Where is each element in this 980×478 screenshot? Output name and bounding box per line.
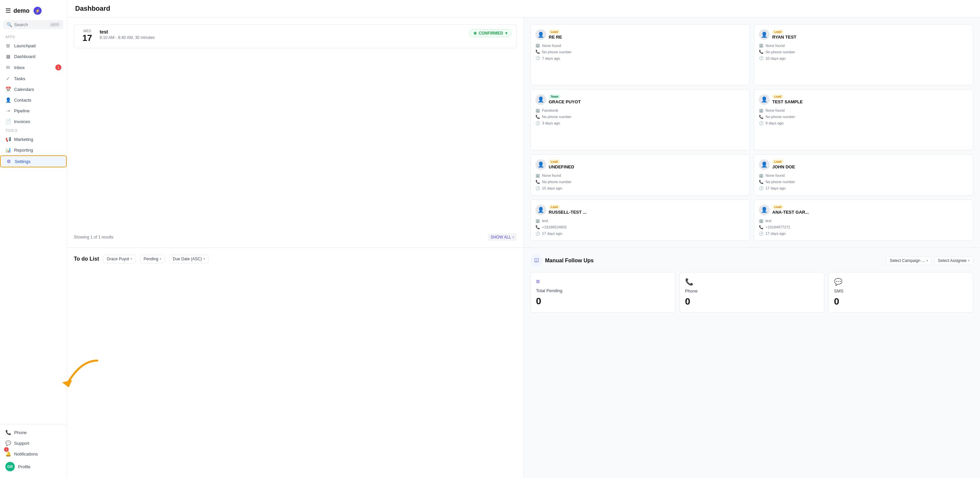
sidebar-item-reporting[interactable]: 📊 Reporting bbox=[0, 145, 67, 155]
contact-name: RYAN TEST bbox=[772, 35, 797, 40]
contact-name: GRACE PUYOT bbox=[549, 99, 581, 104]
pipeline-icon: ⇢ bbox=[5, 108, 11, 113]
contact-avatar: 👤 bbox=[535, 94, 546, 105]
hamburger-icon[interactable]: ☰ bbox=[5, 7, 11, 14]
contact-time: 7 days ago bbox=[542, 56, 560, 60]
contact-name-area: Lead RUSSELL-TEST ... bbox=[549, 205, 587, 215]
contact-time-row: 🕐 10 days ago bbox=[759, 56, 968, 60]
contact-header: 👤 Team GRACE PUYOT bbox=[535, 94, 745, 105]
bolt-icon[interactable]: ⚡ bbox=[33, 7, 41, 15]
contact-header: 👤 Lead TEST SAMPLE bbox=[759, 94, 968, 105]
sidebar-item-pipeline[interactable]: ⇢ Pipeline bbox=[0, 105, 67, 116]
contact-avatar: 👤 bbox=[759, 159, 770, 170]
contact-company: None found bbox=[765, 44, 785, 48]
sidebar-item-phone[interactable]: 📞 Phone bbox=[0, 427, 67, 438]
phone-icon: 📞 bbox=[759, 180, 764, 184]
contact-card[interactable]: 👤 Lead RYAN TEST 🏢 None found 📞 No phone… bbox=[754, 24, 973, 85]
sidebar-item-label: Calendars bbox=[14, 87, 34, 92]
contact-name: ANA-TEST GAR... bbox=[772, 210, 809, 215]
dashboard-icon: ▦ bbox=[5, 54, 11, 59]
sidebar-item-launchpad[interactable]: ⊞ Launchpad bbox=[0, 40, 67, 51]
contact-badge: Lead bbox=[772, 160, 783, 164]
select-campaign-dropdown[interactable]: Select Campaign ... ▾ bbox=[886, 256, 932, 265]
todo-filter-sort[interactable]: Due Date (ASC) ▾ bbox=[169, 255, 209, 263]
stat-card: 💬 SMS 0 bbox=[828, 272, 973, 313]
contact-card[interactable]: 👤 Lead RUSSELL-TEST ... 🏢 test 📞 +191885… bbox=[530, 200, 750, 241]
chevron-down-icon: ▾ bbox=[926, 259, 928, 262]
sidebar-item-settings[interactable]: ⚙ Settings bbox=[0, 155, 67, 167]
search-shortcut: ctrl K bbox=[50, 22, 60, 27]
contact-avatar: 👤 bbox=[535, 29, 546, 40]
search-label: Search bbox=[14, 22, 48, 27]
chevron-down-icon: ▾ bbox=[968, 259, 970, 262]
sidebar-item-label: Phone bbox=[14, 430, 27, 435]
contact-card[interactable]: 👤 Lead TEST SAMPLE 🏢 None found 📞 No pho… bbox=[754, 89, 973, 150]
contact-phone-row: 📞 No phone number bbox=[759, 50, 968, 54]
sidebar-item-inbox[interactable]: ✉ Inbox 1 bbox=[0, 62, 67, 73]
chevron-down-icon: ▾ bbox=[130, 257, 132, 260]
clock-icon: 🕐 bbox=[535, 121, 540, 125]
company-icon: 🏢 bbox=[759, 219, 764, 223]
sidebar-item-notifications[interactable]: 🔔 Notifications 1 bbox=[0, 448, 67, 459]
clock-icon: 🕐 bbox=[759, 186, 764, 191]
phone-icon: 📞 bbox=[535, 115, 540, 119]
contact-header: 👤 Lead JOHN DOE bbox=[759, 159, 968, 170]
contact-phone-row: 📞 No phone number bbox=[759, 115, 968, 119]
sidebar-item-label: Marketing bbox=[14, 137, 33, 142]
sidebar-item-label: Pipeline bbox=[14, 108, 30, 113]
sidebar-item-marketing[interactable]: 📢 Marketing bbox=[0, 134, 67, 145]
contact-card[interactable]: 👤 Lead ANA-TEST GAR... 🏢 test 📞 +1918497… bbox=[754, 200, 973, 241]
clock-icon: 🕐 bbox=[535, 186, 540, 191]
contact-company-row: 🏢 None found bbox=[759, 43, 968, 48]
contact-header: 👤 Lead RE RE bbox=[535, 29, 745, 40]
stat-value: 0 bbox=[834, 296, 967, 307]
todo-filter-assignee[interactable]: Grace Puyot ▾ bbox=[103, 255, 136, 263]
clock-icon: 🕐 bbox=[759, 56, 764, 60]
contact-phone-row: 📞 +19184977271 bbox=[759, 225, 968, 229]
support-icon: 💬 bbox=[5, 440, 11, 446]
sidebar-item-contacts[interactable]: 👤 Contacts bbox=[0, 95, 67, 105]
confirmed-badge[interactable]: ⊕ CONFIRMED ▾ bbox=[469, 29, 512, 37]
showing-results: Showing 1 of 1 results SHOW ALL › bbox=[74, 233, 517, 241]
stats-grid: ≡ Total Pending 0 📞 Phone 0 💬 SMS 0 bbox=[530, 272, 974, 313]
sidebar-item-label: Contacts bbox=[14, 98, 31, 103]
company-icon: 🏢 bbox=[535, 108, 540, 113]
contact-card[interactable]: 👤 Lead UNDEFINED 🏢 None found 📞 No phone… bbox=[530, 154, 750, 195]
followup-title: Manual Follow Ups bbox=[545, 257, 594, 264]
contact-time-row: 🕐 7 days ago bbox=[535, 56, 745, 60]
sidebar-item-invoices[interactable]: 📄 Invoices bbox=[0, 116, 67, 127]
stat-value: 0 bbox=[536, 296, 670, 306]
confirmed-plus-icon: ⊕ bbox=[473, 31, 477, 36]
contact-header: 👤 Lead UNDEFINED bbox=[535, 159, 745, 170]
search-bar[interactable]: 🔍 Search ctrl K bbox=[3, 20, 64, 29]
sidebar-item-calendars[interactable]: 📅 Calendars bbox=[0, 84, 67, 95]
contact-company-row: 🏢 None found bbox=[759, 108, 968, 113]
event-date: WED 17 bbox=[79, 29, 95, 43]
stat-label: Phone bbox=[685, 289, 819, 294]
contact-card[interactable]: 👤 Lead JOHN DOE 🏢 None found 📞 No phone … bbox=[754, 154, 973, 195]
select-assignee-label: Select Assignee bbox=[938, 258, 967, 263]
show-all-button[interactable]: SHOW ALL › bbox=[488, 233, 516, 241]
contact-card[interactable]: 👤 Team GRACE PUYOT 🏢 Facebook 📞 No phone… bbox=[530, 89, 750, 150]
sidebar-item-profile[interactable]: GR Profile bbox=[0, 459, 67, 474]
contacts-icon: 👤 bbox=[5, 97, 11, 103]
sidebar-item-tasks[interactable]: ✓ Tasks bbox=[0, 73, 67, 84]
todo-filter-sort-label: Due Date (ASC) bbox=[173, 257, 202, 261]
sidebar-item-support[interactable]: 💬 Support bbox=[0, 438, 67, 448]
todo-filter-status[interactable]: Pending ▾ bbox=[140, 255, 165, 263]
phone-icon: 📞 bbox=[5, 430, 11, 435]
select-assignee-dropdown[interactable]: Select Assignee ▾ bbox=[934, 256, 973, 265]
contact-card[interactable]: 👤 Lead RE RE 🏢 None found 📞 No phone num… bbox=[530, 24, 750, 85]
search-icon: 🔍 bbox=[7, 22, 12, 27]
todo-title: To do List bbox=[74, 256, 99, 262]
sidebar-item-dashboard[interactable]: ▦ Dashboard bbox=[0, 51, 67, 62]
tasks-icon: ✓ bbox=[5, 76, 11, 81]
contact-header: 👤 Lead RYAN TEST bbox=[759, 29, 968, 40]
show-all-chevron-icon: › bbox=[513, 235, 514, 240]
sidebar-item-label: Launchpad bbox=[14, 43, 35, 48]
todo-section: To do List Grace Puyot ▾ Pending ▾ Due D… bbox=[67, 248, 524, 478]
contact-time-row: 🕐 15 days ago bbox=[535, 186, 745, 191]
phone-icon: 📞 bbox=[535, 180, 540, 184]
contact-phone: No phone number bbox=[542, 50, 572, 54]
contact-company-row: 🏢 test bbox=[759, 219, 968, 223]
